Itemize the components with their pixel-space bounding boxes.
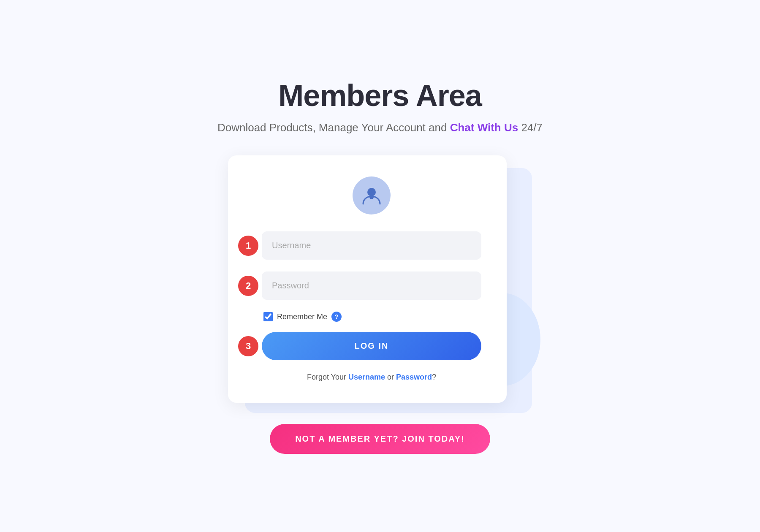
subtitle-chat-link[interactable]: Chat With Us (450, 121, 518, 134)
step-1-badge: 1 (238, 236, 258, 256)
forgot-suffix: ? (432, 373, 436, 381)
step-3-badge: 3 (238, 336, 258, 356)
page-title: Members Area (278, 78, 482, 113)
forgot-or: or (385, 373, 396, 381)
forgot-password-link[interactable]: Password (396, 373, 432, 381)
help-icon[interactable]: ? (331, 312, 342, 322)
remember-me-checkbox[interactable] (263, 312, 273, 321)
login-btn-row: 3 LOG IN (262, 332, 481, 360)
forgot-username-link[interactable]: Username (348, 373, 385, 381)
avatar-container (262, 176, 481, 214)
remember-row: Remember Me ? (262, 312, 481, 322)
avatar (353, 176, 391, 214)
username-row: 1 (262, 231, 481, 260)
step-2-badge: 2 (238, 276, 258, 296)
login-button[interactable]: LOG IN (262, 332, 481, 360)
forgot-row: Forgot Your Username or Password? (262, 373, 481, 382)
svg-point-1 (369, 195, 374, 199)
password-row: 2 (262, 271, 481, 300)
subtitle-suffix: 24/7 (518, 121, 543, 134)
password-input[interactable] (262, 271, 481, 300)
remember-me-label: Remember Me (277, 312, 327, 321)
card-wrapper: 1 2 Remember Me ? 3 LOG IN Forgot Your U… (228, 155, 532, 403)
page-container: Members Area Download Products, Manage Y… (0, 61, 760, 471)
login-card: 1 2 Remember Me ? 3 LOG IN Forgot Your U… (228, 155, 507, 403)
join-button[interactable]: NOT A MEMBER YET? JOIN TODAY! (270, 424, 490, 454)
user-icon (361, 185, 383, 206)
subtitle: Download Products, Manage Your Account a… (217, 121, 543, 134)
username-input[interactable] (262, 231, 481, 260)
forgot-text: Forgot Your (307, 373, 348, 381)
subtitle-prefix: Download Products, Manage Your Account a… (217, 121, 450, 134)
